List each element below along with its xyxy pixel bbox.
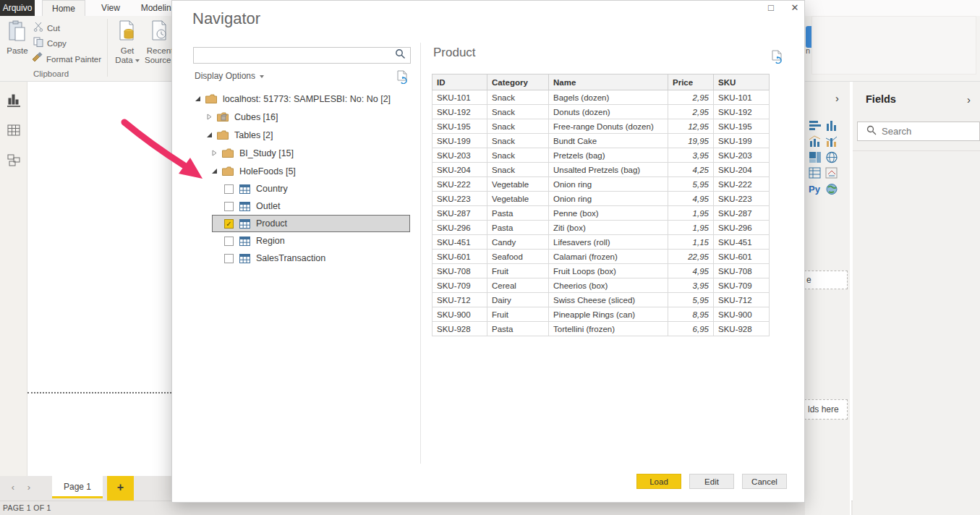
line-stacked-column-combo-chart-icon[interactable] (825, 135, 838, 148)
table-cell: SKU-712 (714, 293, 770, 307)
table-cell: Unsalted Pretzels (bag) (549, 163, 668, 177)
line-column-combo-chart-icon[interactable] (809, 135, 822, 148)
tree-item-outlet[interactable]: Outlet (212, 197, 410, 215)
tree-item-product[interactable]: ✓Product (212, 215, 410, 232)
tree-item-label: localhost: 51773: SAMPLESBI: No: No [2] (223, 94, 391, 104)
checkbox[interactable] (224, 254, 234, 263)
tree-item-holefoods-5[interactable]: HoleFoods [5] (193, 162, 414, 180)
table-cell: 1,95 (668, 206, 714, 221)
copy-label: Copy (47, 39, 67, 48)
collapsed-triangle-icon[interactable] (206, 114, 213, 120)
refresh-document-icon[interactable] (772, 50, 784, 64)
checkbox[interactable] (224, 184, 234, 194)
field-well-partial-text: e (806, 275, 811, 285)
view-sidebar (0, 82, 27, 476)
tree-item-region[interactable]: Region (212, 232, 410, 250)
table-cell: SKU-192 (433, 105, 487, 119)
tree-item-country[interactable]: Country (212, 180, 410, 197)
table-cell: Bagels (dozen) (549, 90, 668, 105)
search-icon (866, 125, 877, 138)
checkbox[interactable]: ✓ (224, 219, 234, 229)
load-button[interactable]: Load (636, 474, 681, 489)
next-page-arrow-icon[interactable]: › (23, 482, 35, 493)
table-cell: SKU-708 (714, 264, 770, 278)
treemap-icon[interactable] (809, 151, 822, 163)
table-row: SKU-712DairySwiss Cheese (sliced)5,95SKU… (433, 293, 770, 307)
expanded-triangle-icon[interactable] (195, 95, 201, 102)
fields-search-input[interactable] (882, 126, 968, 137)
scissors-icon (33, 22, 43, 35)
close-icon[interactable]: ✕ (788, 1, 802, 14)
tree-item-bi-study-15[interactable]: BI_Study [15] (193, 144, 414, 162)
table-cell: SKU-928 (433, 322, 487, 336)
report-view-icon[interactable] (7, 93, 21, 108)
python-visual-icon[interactable]: Py (809, 183, 822, 195)
powerbi-window: Arquivo Home View Modeling Paste (0, 0, 980, 515)
kpi-icon[interactable] (825, 167, 838, 179)
cancel-button[interactable]: Cancel (742, 474, 787, 489)
table-cell: 1,95 (668, 221, 714, 235)
navigator-search-box[interactable] (193, 47, 411, 64)
tab-home[interactable]: Home (42, 0, 85, 16)
collapse-visualizations-icon[interactable]: › (835, 92, 839, 104)
page-tab[interactable]: Page 1 (52, 476, 103, 498)
data-view-icon[interactable] (7, 123, 21, 139)
cut-button[interactable]: Cut (33, 22, 60, 35)
collapse-fields-icon[interactable]: › (967, 93, 971, 106)
clustered-column-chart-icon[interactable] (825, 119, 838, 132)
table-cell: Snack (487, 163, 549, 177)
stacked-bar-chart-icon[interactable] (809, 119, 822, 132)
tree-item-tables-2[interactable]: Tables [2] (193, 126, 414, 144)
prev-page-arrow-icon[interactable]: ‹ (7, 482, 19, 493)
refresh-document-icon[interactable] (397, 70, 409, 84)
add-page-button[interactable]: + (107, 476, 134, 501)
display-options-dropdown[interactable]: Display Options (195, 71, 264, 81)
canvas-guide-line (27, 392, 171, 393)
fields-panel-title: Fields (866, 93, 896, 105)
expanded-triangle-icon[interactable] (211, 168, 218, 174)
field-well-partial[interactable]: e (804, 271, 848, 289)
table-cell: Onion ring (549, 177, 668, 192)
navigator-dialog: Navigator □ ✕ Display Options localhost:… (171, 0, 805, 503)
table-row: SKU-451CandyLifesavers (roll)1,15SKU-451 (433, 235, 770, 250)
tree-item-salestransaction[interactable]: SalesTransaction (212, 250, 410, 267)
get-data-button[interactable]: Get Data (113, 20, 142, 65)
paste-button[interactable]: Paste (4, 20, 30, 55)
drag-fields-well-partial[interactable]: lds here (804, 399, 848, 420)
model-view-icon[interactable] (7, 153, 21, 169)
table-cell: 4,25 (668, 163, 714, 177)
checkbox[interactable] (224, 202, 234, 211)
file-menu-tab[interactable]: Arquivo (0, 0, 35, 16)
recent-sources-button[interactable]: Recent Sources (145, 20, 175, 65)
copy-button[interactable]: Copy (33, 37, 67, 50)
format-painter-button[interactable]: Format Painter (32, 52, 101, 66)
fields-panel: Fields › (853, 82, 980, 515)
maximize-icon[interactable]: □ (764, 1, 778, 14)
fields-search-box[interactable] (857, 122, 980, 141)
paste-clipboard-icon (8, 33, 27, 46)
table-cell: 3,95 (668, 148, 714, 163)
table-cell: 3,95 (668, 278, 714, 293)
table-cell: SKU-451 (433, 235, 487, 250)
tab-view[interactable]: View (91, 0, 130, 16)
collapsed-triangle-icon[interactable] (211, 150, 218, 156)
table-cell: Snack (487, 119, 549, 134)
table-row: SKU-222VegetableOnion ring5,95SKU-222 (433, 177, 770, 192)
get-data-caret-icon (135, 59, 140, 62)
tree-item-cubes-16[interactable]: Cubes [16] (193, 108, 414, 126)
map-icon[interactable] (825, 151, 838, 163)
expanded-triangle-icon[interactable] (206, 132, 213, 138)
search-icon[interactable] (395, 48, 406, 62)
shape-map-icon[interactable] (825, 183, 838, 195)
checkbox[interactable] (224, 237, 234, 246)
matrix-icon[interactable] (809, 167, 822, 179)
column-header-name: Name (549, 75, 668, 90)
edit-button[interactable]: Edit (689, 474, 734, 489)
table-cell: 5,95 (668, 177, 714, 192)
navigator-search-input[interactable] (197, 48, 392, 62)
tree-item-localhost-51773-samplesbi-no-no-2[interactable]: localhost: 51773: SAMPLESBI: No: No [2] (193, 90, 414, 108)
table-cell: SKU-195 (714, 119, 770, 134)
cube-folder-icon (217, 112, 229, 122)
table-cell: Free-range Donuts (dozen) (549, 119, 668, 134)
display-options-label: Display Options (195, 71, 255, 81)
